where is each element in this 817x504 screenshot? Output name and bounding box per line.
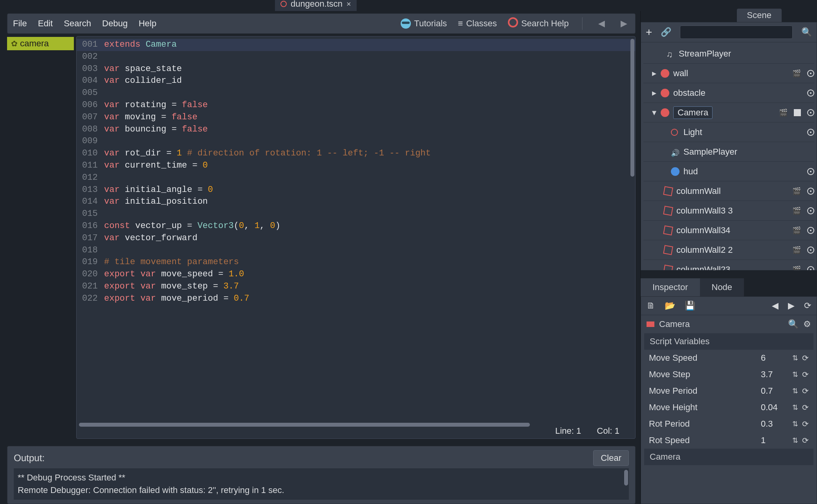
scene-node[interactable]: columnWall🎬 (643, 181, 814, 201)
scene-node[interactable]: columnWall23🎬 (643, 260, 814, 270)
object-search-icon[interactable]: 🔍 (788, 319, 799, 329)
property-value[interactable]: 3.7 (761, 369, 788, 380)
stepper-icon[interactable]: ⇅ (792, 387, 798, 395)
visibility-icon[interactable] (807, 109, 814, 116)
new-resource-icon[interactable]: 🗎 (647, 301, 655, 311)
file-tab[interactable]: dungeon.tscn × (275, 0, 357, 11)
code-line[interactable]: 022export var move_period = 0.7 (77, 293, 635, 305)
code-line[interactable]: 013var initial_angle = 0 (77, 184, 635, 196)
reset-icon[interactable]: ⟳ (802, 419, 809, 429)
output-scrollbar[interactable] (624, 470, 628, 486)
tab-node[interactable]: Node (700, 278, 744, 296)
property-value[interactable]: 0.3 (761, 419, 788, 429)
search-icon[interactable]: 🔍 (801, 27, 812, 37)
scene-node[interactable]: ▾Camera🎬 (643, 103, 814, 122)
history-back-icon[interactable]: ◀ (772, 301, 779, 311)
scene-node[interactable]: columnWall34🎬 (643, 221, 814, 240)
nav-forward-button[interactable]: ▶ (618, 18, 630, 29)
open-scene-icon[interactable]: 🎬 (792, 226, 801, 235)
tree-expand-icon[interactable]: ▸ (652, 68, 659, 79)
code-line[interactable]: 010var rot_dir = 1 # direction of rotati… (77, 148, 635, 160)
code-line[interactable]: 020export var move_speed = 1.0 (77, 268, 635, 281)
visibility-icon[interactable] (807, 188, 814, 195)
open-resource-icon[interactable]: 📂 (665, 301, 675, 311)
code-line[interactable]: 007var moving = false (77, 111, 635, 124)
open-scene-icon[interactable]: 🎬 (792, 206, 801, 215)
code-line[interactable]: 009 (77, 135, 635, 148)
history-icon[interactable]: ⟳ (804, 301, 811, 311)
menu-edit[interactable]: Edit (38, 18, 53, 29)
menu-help[interactable]: Help (139, 18, 156, 29)
nav-back-button[interactable]: ◀ (596, 18, 607, 29)
open-scene-icon[interactable]: 🎬 (792, 246, 801, 254)
scene-tab[interactable]: Scene (737, 9, 782, 22)
stepper-icon[interactable]: ⇅ (792, 403, 798, 412)
code-line[interactable]: 016const vector_up = Vector3(0, 1, 0) (77, 220, 635, 232)
code-line[interactable]: 005 (77, 87, 635, 99)
visibility-icon[interactable] (807, 227, 814, 234)
visibility-icon[interactable] (807, 129, 814, 136)
instance-scene-button[interactable]: 🔗 (661, 27, 671, 37)
clear-button[interactable]: Clear (593, 450, 629, 466)
save-resource-icon[interactable]: 💾 (685, 301, 695, 311)
code-line[interactable]: 008var bouncing = false (77, 124, 635, 136)
visibility-icon[interactable] (807, 89, 814, 97)
object-settings-icon[interactable]: ⚙ (803, 319, 811, 329)
menu-debug[interactable]: Debug (102, 18, 128, 29)
property-value[interactable]: 1 (761, 435, 788, 446)
code-editor[interactable]: 001extends Camera002003var space_state00… (76, 36, 636, 439)
open-scene-icon[interactable]: 🎬 (792, 69, 801, 78)
scene-node[interactable]: hud (643, 162, 814, 181)
code-line[interactable]: 015 (77, 208, 635, 220)
tree-expand-icon[interactable]: ▸ (652, 88, 659, 98)
code-line[interactable]: 006var rotating = false (77, 99, 635, 111)
property-value[interactable]: 0.7 (761, 386, 788, 396)
code-line[interactable]: 011var current_time = 0 (77, 160, 635, 172)
code-line[interactable]: 003var space_state (77, 63, 635, 75)
scene-node[interactable]: columnWall2 2🎬 (643, 240, 814, 260)
stepper-icon[interactable]: ⇅ (792, 354, 798, 362)
code-line[interactable]: 004var collider_id (77, 75, 635, 87)
editor-scrollbar-vertical[interactable] (630, 39, 634, 421)
scene-node[interactable]: Light (643, 122, 814, 142)
code-line[interactable]: 021export var move_step = 3.7 (77, 281, 635, 293)
tab-inspector[interactable]: Inspector (641, 278, 700, 296)
code-line[interactable]: 017var vector_forward (77, 232, 635, 245)
scene-node[interactable]: SamplePlayer (643, 142, 814, 162)
scene-node[interactable]: ▸obstacle (643, 83, 814, 103)
scene-node[interactable]: StreamPlayer (643, 44, 814, 64)
script-list-item[interactable]: ✿ camera (7, 37, 74, 50)
add-node-button[interactable]: + (646, 26, 652, 38)
open-scene-icon[interactable]: 🎬 (792, 265, 801, 270)
open-script-icon[interactable] (794, 109, 801, 116)
reset-icon[interactable]: ⟳ (802, 353, 809, 363)
stepper-icon[interactable]: ⇅ (792, 420, 798, 428)
reset-icon[interactable]: ⟳ (802, 386, 809, 396)
tutorials-button[interactable]: Tutorials (401, 18, 447, 29)
open-scene-icon[interactable]: 🎬 (779, 108, 788, 117)
scene-node[interactable]: columnWall3 3🎬 (643, 201, 814, 221)
editor-scrollbar-horizontal[interactable] (79, 423, 629, 427)
open-scene-icon[interactable]: 🎬 (792, 187, 801, 195)
reset-icon[interactable]: ⟳ (802, 370, 809, 379)
stepper-icon[interactable]: ⇅ (792, 436, 798, 445)
close-icon[interactable]: × (346, 0, 351, 9)
property-value[interactable]: 6 (761, 353, 788, 363)
classes-button[interactable]: Classes (458, 18, 497, 29)
visibility-icon[interactable] (807, 168, 814, 175)
scene-tree[interactable]: StreamPlayer▸wall🎬▸obstacle▾Camera🎬Light… (641, 42, 817, 270)
code-line[interactable]: 014var initial_position (77, 196, 635, 208)
code-line[interactable]: 019# tile movement parameters (77, 256, 635, 268)
scene-node[interactable]: ▸wall🎬 (643, 64, 814, 83)
property-value[interactable]: 0.04 (761, 402, 788, 413)
tree-expand-icon[interactable]: ▾ (652, 108, 659, 118)
code-line[interactable]: 018 (77, 245, 635, 257)
stepper-icon[interactable]: ⇅ (792, 370, 798, 379)
menu-file[interactable]: File (13, 18, 27, 29)
code-line[interactable]: 001extends Camera (77, 39, 635, 51)
scene-search-input[interactable] (680, 26, 793, 39)
visibility-icon[interactable] (807, 207, 814, 214)
search-help-button[interactable]: Search Help (508, 17, 569, 30)
menu-search[interactable]: Search (64, 18, 91, 29)
code-line[interactable]: 012 (77, 172, 635, 184)
